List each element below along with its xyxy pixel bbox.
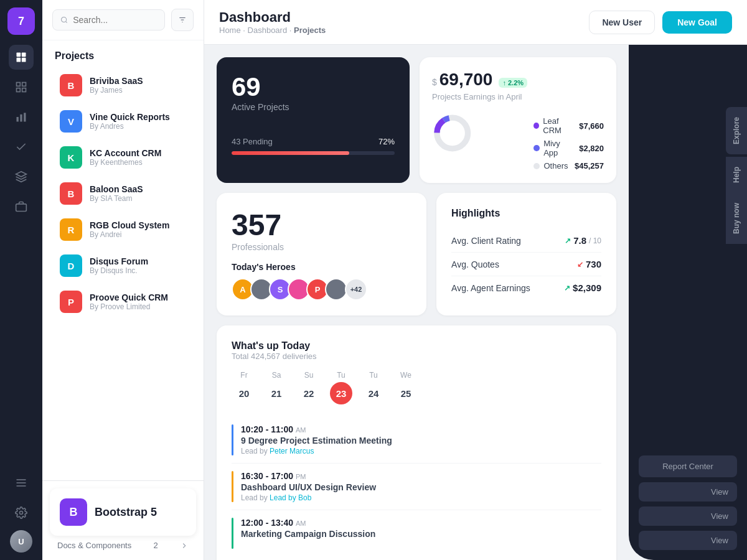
event-ampm: AM <box>296 426 306 434</box>
sidebar-project-item[interactable]: K KC Account CRM By Keenthemes <box>47 140 199 175</box>
highlight-value: ↗ 7.8 / 10 <box>565 235 601 246</box>
legend-dot <box>533 145 540 151</box>
legend-dot <box>533 163 540 169</box>
calendar-day[interactable]: Tu 23 <box>329 371 354 404</box>
nav-layers-icon[interactable] <box>9 164 34 189</box>
search-input[interactable] <box>73 15 157 25</box>
report-center-button[interactable]: Report Center <box>639 455 737 477</box>
event-ampm: AM <box>296 520 306 527</box>
right-bottom: Report Center View View View <box>629 446 747 560</box>
right-panel: ExploreHelpBuy now Report Center View Vi… <box>629 45 747 560</box>
highlights-card: Highlights Avg. Client Rating ↗ 7.8 / 10… <box>436 193 616 315</box>
search-icon <box>60 16 68 24</box>
project-by: By Proove Limited <box>90 302 168 311</box>
project-logo: B <box>60 182 82 205</box>
sidebar-project-item[interactable]: B Baloon SaaS By SIA Team <box>47 176 199 211</box>
day-number: 20 <box>233 382 255 404</box>
user-avatar-bottom[interactable]: U <box>10 530 32 553</box>
event-item: 10:20 - 11:00 AM 9 Degree Project Estima… <box>232 417 601 464</box>
sidebar-project-item[interactable]: V Vine Quick Reports By Andres <box>47 104 199 139</box>
view-button-2[interactable]: View <box>639 506 737 526</box>
projects-title: Projects <box>42 40 204 67</box>
event-details: 16:30 - 17:00 PM Dashboard UI/UX Design … <box>241 471 376 502</box>
earnings-badge: ↑ 2.2% <box>499 78 527 88</box>
nav-briefcase-icon[interactable] <box>9 194 34 219</box>
highlights-title: Highlights <box>451 208 601 219</box>
filter-button[interactable] <box>171 9 194 31</box>
event-lead-link[interactable]: Peter Marcus <box>270 447 314 455</box>
day-number: 22 <box>298 382 320 404</box>
project-name: Briviba SaaS <box>90 76 143 86</box>
project-info: Disqus Forum By Disqus Inc. <box>90 256 148 275</box>
event-lead-link[interactable]: Lead by Bob <box>270 493 311 502</box>
svg-rect-4 <box>17 83 21 86</box>
day-name: Sa <box>272 371 281 380</box>
highlight-label: Avg. Client Rating <box>451 236 521 246</box>
calendar-day[interactable]: Su 22 <box>296 371 321 404</box>
stats-row: 69 Active Projects 43 Pending 72% $ 69,7… <box>217 57 616 183</box>
earnings-subtitle: Projects Earnings in April <box>432 92 604 101</box>
view-button-1[interactable]: View <box>639 482 737 502</box>
panel-tabs: ExploreHelpBuy now <box>629 45 747 244</box>
legend-item: Others $45,257 <box>533 161 604 170</box>
calendar-day[interactable]: We 25 <box>393 371 418 404</box>
svg-rect-3 <box>22 58 26 62</box>
project-logo: D <box>60 254 82 277</box>
calendar-day[interactable]: Fr 20 <box>232 371 256 404</box>
project-logo: B <box>60 74 82 96</box>
nav-dashboard-icon[interactable] <box>9 45 34 70</box>
nav-check-icon[interactable] <box>9 134 34 159</box>
project-info: KC Account CRM By Keenthemes <box>90 148 161 167</box>
project-by: By James <box>90 86 143 95</box>
breadcrumb-home[interactable]: Home <box>219 26 241 35</box>
legend-amount: $7,660 <box>579 121 604 131</box>
calendar-card: What's up Today Total 424,567 deliveries… <box>217 325 616 560</box>
event-ampm: PM <box>296 473 306 480</box>
new-goal-button[interactable]: New Goal <box>662 11 732 34</box>
nav-settings-icon[interactable] <box>9 500 34 525</box>
sidebar-project-item[interactable]: B Briviba SaaS By James <box>47 68 199 103</box>
topbar-right: New User New Goal <box>589 11 732 34</box>
breadcrumb-dashboard[interactable]: Dashboard <box>248 26 288 35</box>
day-number: 24 <box>362 382 385 404</box>
user-number-badge[interactable]: 7 <box>7 7 35 35</box>
project-logo: K <box>60 146 82 169</box>
search-box[interactable] <box>52 9 165 30</box>
active-projects-count: 69 <box>232 72 395 102</box>
sidebar-project-item[interactable]: P Proove Quick CRM By Proove Limited <box>47 284 199 319</box>
panel-tab[interactable]: Help <box>726 157 747 193</box>
legend-item: Leaf CRM $7,660 <box>533 116 604 135</box>
view-button-3[interactable]: View <box>639 531 737 550</box>
svg-point-16 <box>20 511 23 515</box>
sidebar-project-item[interactable]: R RGB Cloud System By Andrei <box>47 212 199 247</box>
event-bar <box>232 518 233 549</box>
event-bar <box>232 424 233 455</box>
nav-menu-icon[interactable] <box>9 470 34 495</box>
legend-amount: $2,820 <box>579 144 604 153</box>
sidebar-project-item[interactable]: D Disqus Forum By Disqus Inc. <box>47 248 199 283</box>
docs-count: 2 <box>154 541 158 550</box>
project-info: RGB Cloud System By Andrei <box>90 220 169 239</box>
event-time: 16:30 - 17:00 PM <box>241 471 376 481</box>
docs-row[interactable]: Docs & Components 2 <box>50 536 196 553</box>
panel-tab[interactable]: Explore <box>726 107 747 154</box>
day-name: Tu <box>369 371 378 380</box>
new-user-button[interactable]: New User <box>589 11 655 34</box>
day-number: 21 <box>265 382 288 404</box>
legend-dot <box>533 123 539 129</box>
bootstrap-icon: B <box>60 498 87 526</box>
highlight-value: ↗ $2,309 <box>564 282 601 293</box>
pros-highlights-row: 357 Professionals Today's Heroes ASP+42 … <box>217 193 616 315</box>
nav-grid-icon[interactable] <box>9 75 34 100</box>
legend-label: Mivy App <box>543 139 575 157</box>
arrow-up-icon: ↗ <box>564 284 570 292</box>
calendar-day[interactable]: Sa 21 <box>264 371 289 404</box>
calendar-day[interactable]: Tu 24 <box>361 371 386 404</box>
svg-rect-10 <box>24 113 26 121</box>
svg-rect-6 <box>17 88 21 92</box>
panel-tab[interactable]: Buy now <box>726 193 747 244</box>
project-info: Proove Quick CRM By Proove Limited <box>90 292 168 311</box>
nav-chart-icon[interactable] <box>9 105 34 129</box>
arrow-down-icon: ↙ <box>577 260 583 269</box>
bootstrap-card[interactable]: B Bootstrap 5 <box>50 488 196 536</box>
